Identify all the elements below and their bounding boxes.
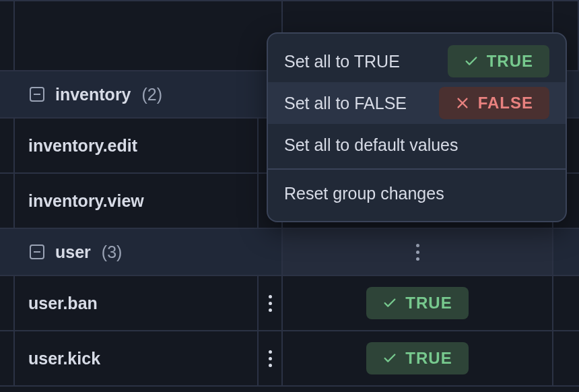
row-menu-button[interactable] bbox=[259, 331, 283, 385]
check-icon bbox=[464, 54, 479, 69]
permission-key: user.kick bbox=[15, 331, 259, 385]
permission-row: user.ban TRUE bbox=[0, 276, 579, 331]
permission-key: user.ban bbox=[15, 276, 259, 330]
permission-value-cell[interactable]: TRUE bbox=[283, 331, 553, 385]
kebab-icon bbox=[416, 244, 419, 261]
menu-reset-group[interactable]: Reset group changes bbox=[268, 172, 566, 214]
badge-label: TRUE bbox=[405, 294, 452, 313]
menu-item-label: Set all to default values bbox=[284, 135, 458, 155]
menu-set-all-true[interactable]: Set all to TRUE TRUE bbox=[268, 40, 566, 82]
collapse-icon[interactable] bbox=[30, 244, 44, 259]
permission-key: inventory.view bbox=[15, 174, 259, 228]
true-badge[interactable]: TRUE bbox=[366, 287, 468, 319]
menu-set-all-default[interactable]: Set all to default values bbox=[268, 124, 566, 166]
close-icon bbox=[455, 96, 470, 110]
true-badge: TRUE bbox=[448, 45, 549, 77]
group-name: user bbox=[55, 242, 91, 262]
false-badge: FALSE bbox=[439, 87, 549, 119]
menu-set-all-false[interactable]: Set all to FALSE FALSE bbox=[268, 82, 566, 124]
group-count: (3) bbox=[102, 242, 123, 262]
menu-item-label: Set all to TRUE bbox=[284, 52, 400, 71]
permission-row: user.kick TRUE bbox=[0, 331, 579, 387]
true-badge[interactable]: TRUE bbox=[366, 342, 468, 374]
group-header-user[interactable]: user (3) bbox=[0, 229, 579, 276]
menu-item-label: Set all to FALSE bbox=[284, 94, 407, 113]
kebab-icon bbox=[269, 350, 272, 367]
check-icon bbox=[382, 296, 397, 311]
row-menu-button[interactable] bbox=[259, 276, 283, 330]
badge-label: TRUE bbox=[487, 52, 533, 71]
permission-key: inventory.edit bbox=[15, 119, 259, 172]
menu-item-label: Reset group changes bbox=[284, 184, 444, 203]
collapse-icon[interactable] bbox=[30, 87, 44, 102]
group-name: inventory bbox=[55, 85, 131, 104]
badge-label: FALSE bbox=[478, 94, 533, 112]
permission-value-cell[interactable]: TRUE bbox=[283, 276, 553, 330]
group-count: (2) bbox=[142, 85, 163, 104]
kebab-icon bbox=[269, 295, 272, 312]
menu-separator bbox=[268, 168, 566, 170]
badge-label: TRUE bbox=[405, 349, 452, 368]
check-icon bbox=[382, 351, 397, 366]
group-context-menu: Set all to TRUE TRUE Set all to FALSE FA… bbox=[267, 32, 567, 222]
group-menu-button[interactable] bbox=[283, 229, 553, 275]
